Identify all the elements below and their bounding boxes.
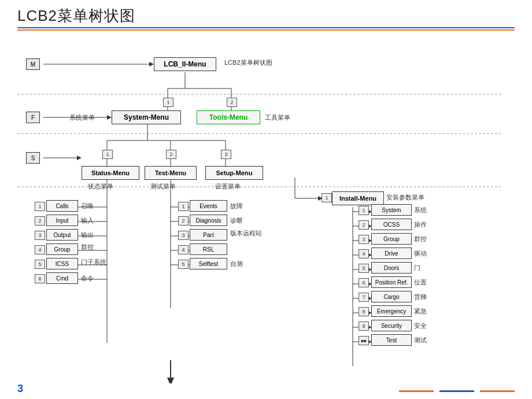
test-menu-box: Test-Menu xyxy=(145,166,197,180)
group2-cn: 群控 xyxy=(414,235,427,243)
test-badge-3: 3 xyxy=(178,231,189,240)
calls-cn: 召唤 xyxy=(81,202,94,210)
cargo-cn: 货梯 xyxy=(414,293,427,301)
doors-cn: 门 xyxy=(414,264,420,272)
setup-menu-box: Setup-Menu xyxy=(205,166,263,180)
selftest-box: Selftest xyxy=(190,258,227,269)
emergency-box: Emergency xyxy=(371,305,412,317)
setup-badge-1: 1 xyxy=(322,193,332,202)
install-badge-6: 6 xyxy=(359,278,369,287)
position-ref-box: Position Ref. xyxy=(371,276,412,288)
badge-2-test: 2 xyxy=(166,150,176,159)
status-badge-1: 1 xyxy=(35,202,45,211)
badge-3-setup: 3 xyxy=(221,150,231,159)
footer-line-1 xyxy=(399,390,434,392)
f-key-box: F xyxy=(26,112,40,123)
test2-box: Test xyxy=(371,334,412,346)
events-box: Events xyxy=(190,200,227,212)
diagram: M LCB_II-Menu LCB2菜单树状图 1 2 F 系统菜单 Syste… xyxy=(0,36,532,383)
cmd-box: Cmd xyxy=(46,272,78,284)
part-box: Part xyxy=(190,229,227,241)
setup-menu-cn: 设置菜单 xyxy=(215,182,241,191)
install-badge-7: 7 xyxy=(359,293,369,302)
badge-1-system: 1 xyxy=(163,98,173,107)
badge-1-status: 1 xyxy=(102,150,113,159)
drive-cn: 驱动 xyxy=(414,249,427,258)
tools-menu-cn-label: 工具菜单 xyxy=(265,113,290,122)
system-box: System xyxy=(371,204,412,216)
svg-marker-8 xyxy=(107,115,112,120)
cmd-cn: 命令 xyxy=(81,274,94,283)
lcb-menu-top-label: LCB2菜单树状图 xyxy=(224,58,272,67)
install-menu-cn: 安装参数菜单 xyxy=(386,193,424,202)
status-badge-2: 2 xyxy=(35,216,45,226)
security-cn: 安全 xyxy=(414,322,427,330)
position-ref-cn: 位置 xyxy=(414,278,427,287)
group-box: Group xyxy=(46,243,78,255)
status-badge-3: 3 xyxy=(35,231,45,240)
svg-marker-15 xyxy=(77,156,82,160)
status-badge-6: 6 xyxy=(35,274,45,283)
install-badge-1: 1 xyxy=(359,206,369,215)
footer-line-2 xyxy=(480,390,515,392)
icss-cn: 门子系统 xyxy=(81,258,106,267)
test2-cn: 测试 xyxy=(414,336,427,345)
group2-box: Group xyxy=(371,233,412,245)
status-menu-cn: 状态菜单 xyxy=(88,182,113,191)
footer-line-3 xyxy=(439,390,474,392)
drive-box: Drive xyxy=(371,247,412,259)
selftest-cn: 自测 xyxy=(230,260,243,268)
doors-box: Doors xyxy=(371,262,412,274)
emergency-cn: 紧急 xyxy=(414,307,427,316)
header: LCB2菜单树状图 xyxy=(0,0,532,34)
events-cn: 故障 xyxy=(230,202,243,210)
system-cn: 系统 xyxy=(414,206,427,215)
install-badge-2: 2 xyxy=(359,220,369,230)
system-menu-cn-label: 系统菜单 xyxy=(69,113,95,122)
page-number: 3 xyxy=(17,383,23,395)
header-line-blue xyxy=(17,27,515,28)
status-menu-box: Status-Menu xyxy=(82,166,139,180)
m-key-box: M xyxy=(26,58,40,70)
install-menu-box: Install-Menu xyxy=(332,191,384,205)
install-badge-5: 5 xyxy=(359,264,369,273)
page-title: LCB2菜单树状图 xyxy=(17,6,515,26)
ocss-box: OCSS xyxy=(371,219,412,230)
test-badge-5: 5 xyxy=(178,260,189,269)
install-badge-8: 8 xyxy=(359,307,369,316)
svg-marker-1 xyxy=(149,62,154,66)
s-key-box: S xyxy=(26,152,40,164)
install-badge-4: 4 xyxy=(359,249,369,258)
badge-2-tools: 2 xyxy=(227,98,237,107)
icss-box: ICSS xyxy=(46,258,78,269)
install-badge-10: ■■ xyxy=(359,336,369,345)
test-badge-2: 2 xyxy=(178,216,189,226)
output-cn: 输出 xyxy=(81,231,94,239)
diagnosis-box: Diagnosis xyxy=(190,215,227,226)
calls-box: Calls xyxy=(46,200,78,212)
lcb-menu-box: LCB_II-Menu xyxy=(154,57,216,71)
part-cn: 版本远程站 xyxy=(230,229,262,238)
status-badge-4: 4 xyxy=(35,245,45,254)
input-box: Input xyxy=(46,215,78,226)
connector-lines xyxy=(0,36,532,383)
install-badge-3: 3 xyxy=(359,235,369,244)
footer: 3 xyxy=(0,378,532,399)
input-cn: 输入 xyxy=(81,216,94,225)
install-badge-9: 9 xyxy=(359,322,369,331)
rsl-box: RSL xyxy=(190,243,227,255)
group-cn: 群控 xyxy=(81,243,94,251)
test-badge-4: 4 xyxy=(178,245,189,254)
diagnosis-cn: 诊断 xyxy=(230,216,243,225)
system-menu-box: System-Menu xyxy=(112,110,181,124)
ocss-cn: 操作 xyxy=(414,220,427,229)
cargo-box: Cargo xyxy=(371,291,412,302)
status-badge-5: 5 xyxy=(35,260,45,269)
tools-menu-box: Tools-Menu xyxy=(197,110,260,124)
security-box: Security xyxy=(371,320,412,331)
output-box: Output xyxy=(46,229,78,241)
test-menu-cn: 测试菜单 xyxy=(150,182,176,191)
header-line-orange xyxy=(17,29,515,31)
test-badge-1: 1 xyxy=(178,202,189,211)
